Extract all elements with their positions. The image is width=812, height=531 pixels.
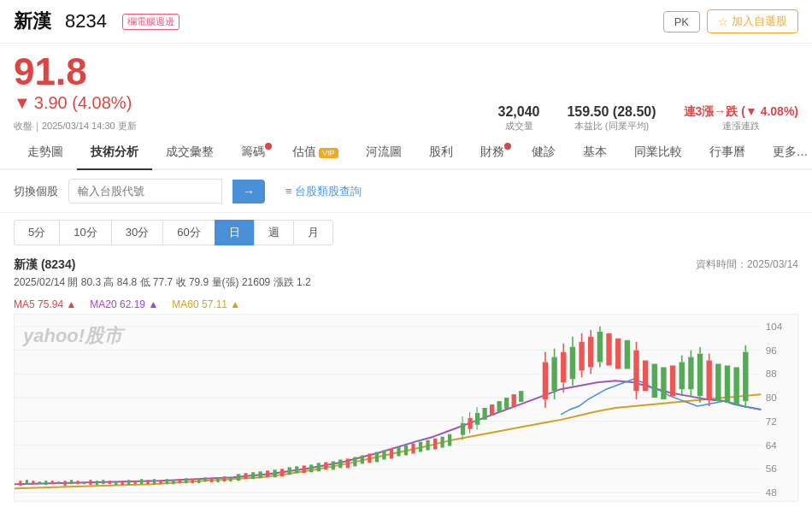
svg-rect-51 <box>303 465 306 473</box>
ma20-info: MA20 62.19 ▲ <box>90 298 158 310</box>
svg-rect-54 <box>324 462 327 469</box>
svg-rect-42 <box>237 474 240 481</box>
ma-info: MA5 75.94 ▲ MA20 62.19 ▲ MA60 57.11 ▲ <box>0 295 812 314</box>
time-tab-30min[interactable]: 30分 <box>111 220 162 245</box>
svg-rect-16 <box>70 480 73 484</box>
svg-rect-43 <box>244 473 247 479</box>
nav-tabs: 走勢圖 技術分析 成交彙整 籌碼 估值VIP 河流圖 股利 財務 健診 基本 同… <box>0 136 812 170</box>
svg-rect-60 <box>368 454 371 463</box>
svg-rect-115 <box>652 363 657 398</box>
price-change: ▼ 3.90 (4.08%) <box>14 93 137 113</box>
time-tab-month[interactable]: 月 <box>293 220 333 245</box>
svg-rect-17 <box>76 481 79 484</box>
tab-basic[interactable]: 基本 <box>569 136 621 168</box>
svg-rect-55 <box>332 461 335 469</box>
svg-rect-62 <box>382 451 385 460</box>
svg-text:56: 56 <box>766 464 777 475</box>
svg-rect-83 <box>497 401 502 412</box>
time-tabs: 5分 10分 30分 60分 日 週 月 <box>0 213 812 252</box>
time-tab-10min[interactable]: 10分 <box>59 220 110 245</box>
stat-volume: 32,040 成交量 <box>498 104 540 133</box>
tab-technical[interactable]: 技術分析 <box>77 136 152 170</box>
svg-rect-32 <box>172 480 174 484</box>
price-chart: 104 96 88 80 72 64 56 48 <box>15 315 797 501</box>
svg-rect-124 <box>697 354 703 397</box>
svg-rect-67 <box>419 442 422 452</box>
tab-more[interactable]: 更多… <box>759 136 812 168</box>
svg-rect-61 <box>375 452 379 463</box>
svg-rect-40 <box>223 476 226 481</box>
svg-rect-56 <box>338 459 342 468</box>
svg-rect-53 <box>317 463 321 471</box>
svg-rect-64 <box>397 447 400 457</box>
stat-pe: 159.50 (28.50) 本益比 (同業平均) <box>567 104 656 133</box>
star-icon: ☆ <box>718 15 728 28</box>
svg-rect-49 <box>288 467 291 475</box>
svg-rect-41 <box>229 477 232 481</box>
time-tab-week[interactable]: 週 <box>254 220 293 245</box>
tab-calendar[interactable]: 行事曆 <box>696 136 759 168</box>
svg-rect-18 <box>83 481 85 484</box>
svg-rect-14 <box>57 481 60 484</box>
svg-rect-46 <box>266 470 269 477</box>
svg-rect-127 <box>706 361 711 400</box>
switcher-go-button[interactable]: → <box>232 180 265 204</box>
stock-code-input[interactable] <box>68 179 222 204</box>
tab-chips[interactable]: 籌碼 <box>227 136 279 168</box>
chart-data-time: 資料時間：2025/03/14 <box>696 257 798 272</box>
svg-rect-57 <box>346 458 350 468</box>
svg-rect-86 <box>519 391 523 402</box>
time-tab-5min[interactable]: 5分 <box>14 220 59 245</box>
svg-rect-102 <box>588 337 593 368</box>
watchlist-button[interactable]: ☆ 加入自選股 <box>707 9 798 33</box>
tab-volume[interactable]: 成交彙整 <box>152 136 227 168</box>
svg-rect-33 <box>179 479 181 483</box>
tab-health[interactable]: 健診 <box>518 136 569 168</box>
svg-rect-13 <box>51 481 54 484</box>
svg-rect-78 <box>475 413 480 425</box>
svg-rect-82 <box>490 404 494 416</box>
svg-rect-118 <box>680 362 685 389</box>
svg-rect-10 <box>32 481 34 484</box>
svg-rect-21 <box>102 480 104 484</box>
price-stats: 32,040 成交量 159.50 (28.50) 本益比 (同業平均) 連3漲… <box>498 104 798 133</box>
tab-river[interactable]: 河流圖 <box>352 136 415 168</box>
svg-rect-130 <box>715 363 721 401</box>
vip-badge: VIP <box>319 148 338 158</box>
svg-rect-133 <box>743 352 748 401</box>
svg-rect-116 <box>661 367 666 399</box>
svg-rect-19 <box>89 480 91 485</box>
stock-lookup-link[interactable]: ≡ 台股類股查詢 <box>285 184 362 199</box>
svg-rect-121 <box>688 357 693 390</box>
time-tab-day[interactable]: 日 <box>215 220 254 245</box>
svg-rect-45 <box>258 471 262 478</box>
svg-rect-20 <box>96 481 98 485</box>
tab-valuation[interactable]: 估值VIP <box>279 136 352 168</box>
svg-rect-26 <box>134 481 137 484</box>
tab-dividend[interactable]: 股利 <box>415 136 467 168</box>
svg-rect-90 <box>551 357 556 392</box>
svg-rect-63 <box>390 449 393 459</box>
tab-trend[interactable]: 走勢圖 <box>14 136 77 168</box>
svg-rect-87 <box>543 362 548 399</box>
svg-rect-71 <box>448 434 451 446</box>
tab-peer[interactable]: 同業比較 <box>621 136 696 168</box>
svg-rect-117 <box>670 365 675 396</box>
time-tab-60min[interactable]: 60分 <box>162 220 214 245</box>
yahoo-watermark: yahoo!股市 <box>23 323 122 349</box>
price-meta: 收盤｜2025/03/14 14:30 更新 <box>14 120 137 133</box>
tab-finance[interactable]: 財務 <box>467 136 518 168</box>
pk-button[interactable]: PK <box>663 11 700 32</box>
svg-rect-29 <box>153 479 156 484</box>
stock-name: 新漢 <box>14 9 51 34</box>
ma60-info: MA60 57.11 ▲ <box>172 298 240 310</box>
svg-rect-8 <box>19 481 21 486</box>
svg-rect-48 <box>280 469 284 476</box>
svg-rect-36 <box>197 478 200 483</box>
change-value: 3.90 (4.08%) <box>34 93 132 113</box>
svg-rect-59 <box>361 455 364 463</box>
svg-rect-85 <box>512 394 516 406</box>
svg-rect-108 <box>606 333 611 366</box>
finance-badge <box>504 143 511 150</box>
svg-rect-58 <box>353 457 356 466</box>
